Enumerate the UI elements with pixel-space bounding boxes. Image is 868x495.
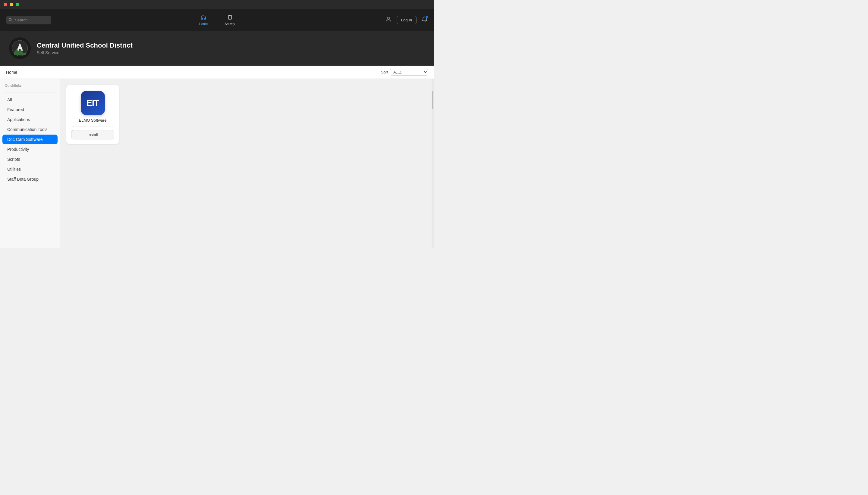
org-logo	[9, 37, 31, 59]
sort-select[interactable]: A...Z Z...A Recently Added	[390, 69, 428, 75]
search-input[interactable]	[6, 16, 51, 24]
close-button[interactable]	[4, 3, 7, 6]
sidebar-item-scripts[interactable]: Scripts	[2, 154, 58, 164]
sidebar-item-doc-cam-software[interactable]: Doc Cam Software	[2, 135, 58, 144]
sidebar-item-all[interactable]: All	[2, 95, 58, 104]
sidebar-item-staff-beta-group[interactable]: Staff Beta Group	[2, 174, 58, 184]
breadcrumb: Home	[6, 70, 17, 75]
topbar: Home Activity Log In	[0, 9, 434, 31]
sort-label: Sort	[381, 70, 388, 74]
nav-activity[interactable]: Activity	[222, 13, 238, 27]
org-name: Central Unified School District	[37, 41, 133, 49]
activity-icon	[227, 14, 233, 21]
app-grid: EIT ELMO Software Install	[66, 85, 426, 144]
svg-rect-2	[228, 15, 231, 19]
install-button-elmo[interactable]: Install	[71, 130, 114, 139]
content-area: EIT ELMO Software Install	[60, 79, 431, 248]
scrollbar[interactable]	[431, 79, 434, 248]
svg-point-3	[387, 17, 390, 20]
sidebar-item-productivity[interactable]: Productivity	[2, 144, 58, 154]
org-info: Central Unified School District Self Ser…	[37, 41, 133, 55]
maximize-button[interactable]	[16, 3, 19, 6]
nav-home[interactable]: Home	[197, 13, 210, 27]
breadcrumb-bar: Home Sort A...Z Z...A Recently Added	[0, 66, 434, 79]
app-card-elmo: EIT ELMO Software Install	[66, 85, 119, 144]
app-card-divider	[71, 126, 114, 126]
login-button[interactable]: Log In	[397, 16, 416, 24]
home-icon	[200, 14, 207, 21]
minimize-button[interactable]	[10, 3, 13, 6]
search-wrap	[6, 16, 51, 24]
scrollbar-thumb[interactable]	[432, 91, 433, 109]
sidebar-item-utilities[interactable]: Utilities	[2, 165, 58, 174]
sidebar-divider	[5, 92, 55, 92]
nav-home-label: Home	[199, 22, 208, 25]
sidebar-item-applications[interactable]: Applications	[2, 115, 58, 124]
app-icon-elmo: EIT	[81, 91, 105, 115]
app-icon-text: EIT	[86, 98, 99, 108]
app-name-elmo: ELMO Software	[79, 118, 107, 122]
sidebar-item-communication-tools[interactable]: Communication Tools	[2, 125, 58, 134]
sort-wrap: Sort A...Z Z...A Recently Added	[381, 69, 428, 75]
main-content: Quicklinks All Featured Applications Com…	[0, 79, 434, 248]
org-sub: Self Service	[37, 50, 133, 55]
notification-icon[interactable]	[421, 16, 428, 24]
org-logo-svg	[12, 40, 28, 57]
sidebar: Quicklinks All Featured Applications Com…	[0, 79, 60, 248]
account-icon[interactable]	[385, 16, 392, 24]
org-header: Central Unified School District Self Ser…	[0, 31, 434, 66]
nav-center: Home Activity	[197, 13, 238, 27]
notification-dot	[426, 16, 428, 18]
sidebar-item-featured[interactable]: Featured	[2, 105, 58, 115]
nav-activity-label: Activity	[225, 22, 235, 25]
nav-right: Log In	[385, 16, 428, 24]
sidebar-section-quicklinks: Quicklinks	[0, 84, 60, 90]
titlebar	[0, 0, 434, 9]
